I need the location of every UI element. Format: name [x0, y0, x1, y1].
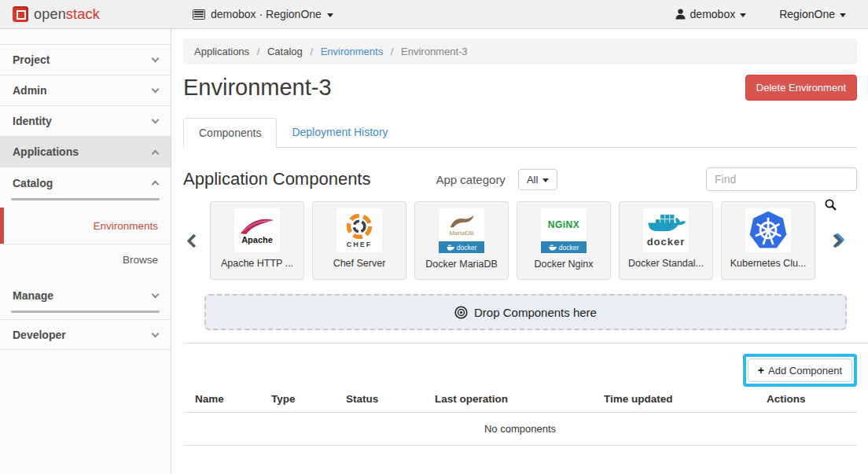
page-title: Environment-3	[183, 75, 332, 101]
delete-environment-button[interactable]: Delete Environment	[745, 75, 857, 101]
chevron-down-icon	[152, 86, 160, 94]
app-card-label: Docker MariaDB	[425, 259, 498, 270]
dropzone-text: Drop Components here	[474, 306, 597, 319]
sidebar-item-browse[interactable]: Browse	[0, 244, 171, 275]
sidebar-scroll-stub	[0, 29, 171, 45]
search-icon[interactable]	[825, 199, 837, 211]
main-content: Applications / Catalog / Environments / …	[172, 29, 868, 474]
sidebar-item-developer[interactable]: Developer	[0, 319, 171, 350]
drop-components-zone[interactable]: Drop Components here	[204, 294, 847, 330]
caret-down-icon	[840, 13, 846, 17]
app-card-label: Kubernetes Clu...	[730, 258, 807, 269]
list-icon	[193, 9, 205, 20]
breadcrumb-catalog[interactable]: Catalog	[267, 46, 303, 57]
sidebar-item-project[interactable]: Project	[0, 45, 171, 75]
breadcrumb-current: Environment-3	[401, 46, 468, 57]
chevron-down-icon	[152, 329, 160, 337]
context-label: demobox · RegionOne	[211, 8, 322, 20]
caret-down-icon	[542, 178, 549, 182]
user-menu-label: demobox	[690, 8, 736, 20]
sidebar-item-identity[interactable]: Identity	[0, 106, 171, 137]
openstack-logo[interactable]: openstack	[13, 6, 100, 23]
apache-logo: Apache	[234, 208, 280, 252]
tab-deployment-history[interactable]: Deployment History	[277, 118, 403, 148]
brand-wordmark: openstack	[34, 6, 100, 23]
chevron-down-icon	[152, 55, 160, 63]
find-input[interactable]	[706, 167, 857, 191]
docker-whale-icon	[447, 244, 454, 251]
sidebar-item-manage[interactable]: Manage	[0, 280, 171, 310]
column-header-status: Status	[334, 393, 423, 405]
breadcrumb-applications[interactable]: Applications	[194, 46, 249, 57]
kubernetes-logo	[745, 208, 791, 252]
active-item-indicator	[0, 208, 4, 244]
column-header-type: Type	[259, 393, 334, 405]
components-carousel: Apache Apache HTTP ... CHEF Chef Server	[183, 201, 857, 280]
sidebar-item-applications[interactable]: Applications	[0, 137, 171, 167]
sidebar-item-admin[interactable]: Admin	[0, 75, 171, 106]
caret-down-icon	[740, 13, 746, 17]
plus-icon: +	[758, 364, 764, 377]
column-header-last-operation: Last operation	[423, 393, 592, 405]
app-card-label: Apache HTTP ...	[221, 258, 293, 269]
chevron-right-icon	[828, 233, 842, 248]
app-card-docker-nginx[interactable]: NGiNX docker Docker Nginx	[517, 201, 611, 280]
add-component-button[interactable]: + Add Component	[748, 358, 852, 382]
app-card-label: Docker Nginx	[534, 259, 593, 270]
carousel-prev-button[interactable]	[183, 236, 204, 246]
openstack-cube-icon	[13, 6, 28, 22]
tab-bar: Components Deployment History	[183, 118, 857, 148]
column-header-name: Name	[183, 393, 259, 405]
column-header-actions: Actions	[755, 393, 857, 405]
top-header: openstack demobox · RegionOne demobox Re…	[0, 0, 868, 29]
chevron-down-icon	[152, 116, 160, 124]
table-header-row: Name Type Status Last operation Time upd…	[183, 393, 857, 413]
app-card-docker-mariadb[interactable]: MariaDB docker Docker MariaDB	[414, 201, 509, 280]
sidebar-nav: Project Admin Identity Applications Cata…	[0, 29, 171, 474]
docker-logo: docker	[643, 208, 689, 252]
app-card-kubernetes[interactable]: Kubernetes Clu...	[721, 201, 815, 280]
region-menu[interactable]: RegionOne	[757, 8, 857, 20]
caret-down-icon	[327, 13, 333, 17]
panel-title: Application Components	[183, 169, 370, 189]
docker-badge: docker	[439, 241, 484, 253]
chevron-up-icon	[152, 181, 160, 189]
docker-badge: docker	[541, 241, 587, 253]
chevron-down-icon	[152, 290, 160, 298]
mariadb-docker-logo: MariaDB docker	[439, 208, 484, 253]
region-menu-label: RegionOne	[779, 8, 835, 20]
sidebar-item-catalog[interactable]: Catalog	[0, 167, 171, 198]
app-card-label: Chef Server	[333, 258, 386, 269]
nginx-docker-logo: NGiNX docker	[541, 208, 587, 253]
table-empty-row: No components	[183, 413, 857, 446]
carousel-next-button[interactable]	[825, 236, 845, 246]
app-card-chef[interactable]: CHEF Chef Server	[312, 201, 406, 280]
chevron-up-icon	[152, 149, 160, 157]
docker-whale-icon	[549, 244, 557, 251]
tab-components[interactable]: Components	[183, 118, 277, 148]
app-card-label: Docker Standal...	[628, 258, 704, 269]
column-header-time-updated: Time updated	[592, 393, 755, 405]
app-category-dropdown[interactable]: All	[518, 169, 557, 190]
project-region-switcher[interactable]: demobox · RegionOne	[193, 8, 333, 20]
breadcrumb-environments[interactable]: Environments	[321, 46, 383, 57]
app-card-docker-standalone[interactable]: docker Docker Standal...	[619, 201, 713, 280]
app-card-apache[interactable]: Apache Apache HTTP ...	[210, 201, 304, 280]
chevron-left-icon	[186, 233, 200, 248]
sidebar-item-environments[interactable]: Environments	[0, 211, 171, 241]
components-table: Name Type Status Last operation Time upd…	[183, 393, 857, 446]
chef-logo: CHEF	[337, 208, 382, 252]
user-icon	[675, 9, 686, 20]
breadcrumb: Applications / Catalog / Environments / …	[183, 39, 857, 64]
target-icon	[454, 306, 468, 319]
section-divider	[183, 343, 868, 344]
highlight-box: + Add Component	[743, 354, 857, 387]
user-menu[interactable]: demobox	[664, 8, 758, 20]
app-category-label: App category	[436, 173, 505, 186]
sidebar-section-bar	[11, 310, 160, 313]
sidebar-section-bar	[11, 198, 160, 200]
